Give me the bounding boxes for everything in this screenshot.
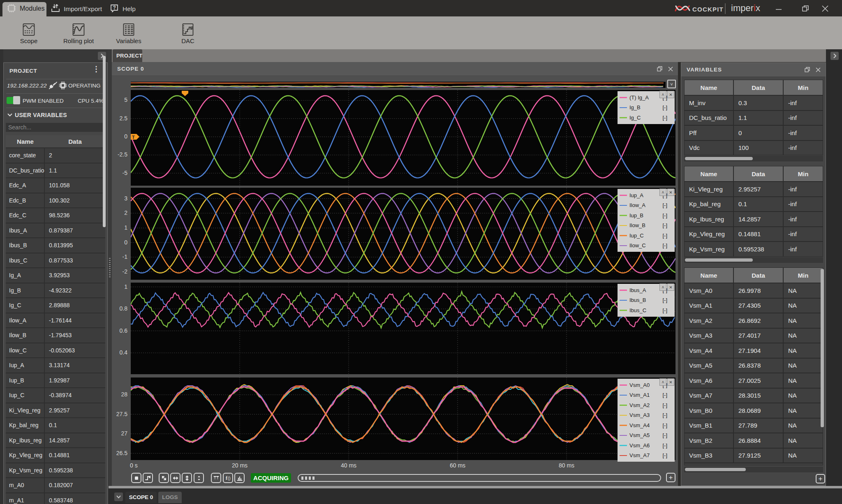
svg-text:(): () — [228, 476, 231, 481]
svg-text:T: T — [132, 135, 135, 140]
